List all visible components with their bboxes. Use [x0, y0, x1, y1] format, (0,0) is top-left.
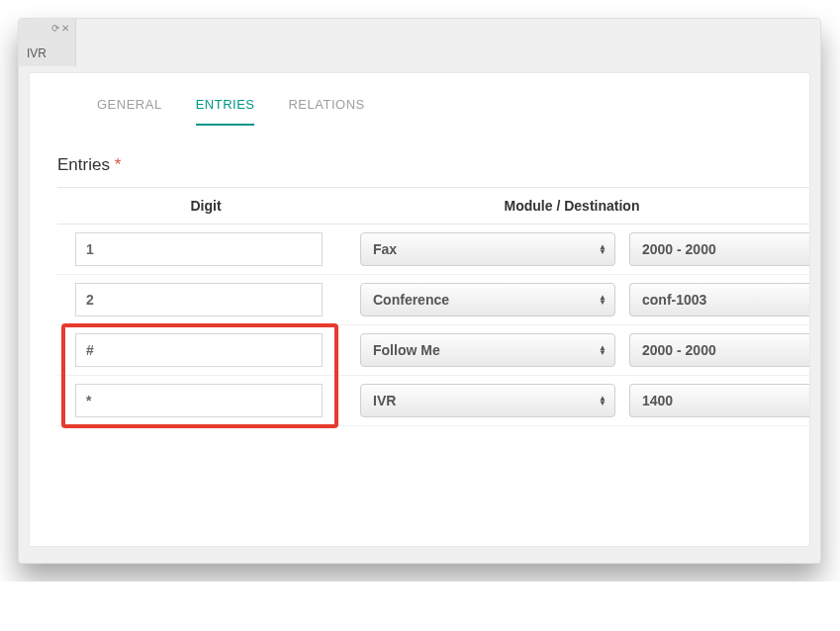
panel: GENERAL ENTRIES RELATIONS Entries * Digi…: [29, 72, 810, 547]
entry-row: IVR ▲▼ 1400: [57, 376, 809, 426]
digit-input[interactable]: [75, 384, 323, 417]
tab-entries[interactable]: ENTRIES: [196, 97, 255, 126]
destination-select[interactable]: 2000 - 2000: [629, 232, 809, 266]
sort-arrows-icon: ▲▼: [599, 345, 607, 355]
refresh-icon[interactable]: ⟳: [51, 24, 59, 34]
column-header-module-destination: Module / Destination: [354, 198, 809, 214]
required-marker: *: [115, 155, 122, 174]
tab-general[interactable]: GENERAL: [97, 97, 162, 126]
window-tab-label: IVR: [27, 46, 47, 60]
module-select[interactable]: Follow Me ▲▼: [360, 333, 615, 367]
table-header: Digit Module / Destination: [57, 187, 809, 225]
digit-input[interactable]: [75, 232, 323, 266]
destination-select[interactable]: 2000 - 2000: [629, 333, 809, 367]
sort-arrows-icon: ▲▼: [599, 396, 607, 406]
tab-relations[interactable]: RELATIONS: [288, 97, 364, 126]
sort-arrows-icon: ▲▼: [599, 295, 607, 305]
digit-input[interactable]: [75, 333, 323, 367]
entry-row: Conference ▲▼ conf-1003: [57, 275, 809, 325]
module-select-value: Follow Me: [373, 342, 440, 358]
entries-rows: Fax ▲▼ 2000 - 2000 Conference ▲▼ conf-10…: [57, 225, 809, 426]
destination-select-value: conf-1003: [642, 292, 706, 308]
window-tab[interactable]: ⟳ ✕ IVR: [19, 19, 76, 66]
module-select-value: Fax: [373, 241, 397, 257]
module-select[interactable]: Fax ▲▼: [360, 232, 615, 266]
entry-row: Follow Me ▲▼ 2000 - 2000: [57, 325, 809, 376]
column-header-digit: Digit: [57, 198, 354, 214]
module-select[interactable]: IVR ▲▼: [360, 384, 615, 417]
destination-select-value: 2000 - 2000: [642, 342, 716, 358]
section-title: Entries *: [57, 126, 809, 187]
destination-select-value: 1400: [642, 393, 673, 408]
digit-input[interactable]: [75, 283, 323, 316]
window: ⟳ ✕ IVR GENERAL ENTRIES RELATIONS Entrie…: [18, 18, 821, 564]
tabs: GENERAL ENTRIES RELATIONS: [57, 73, 809, 126]
destination-select[interactable]: conf-1003: [629, 283, 809, 316]
entry-row: Fax ▲▼ 2000 - 2000: [57, 225, 809, 275]
section-title-text: Entries: [57, 155, 110, 174]
sort-arrows-icon: ▲▼: [599, 244, 607, 254]
close-icon[interactable]: ✕: [61, 24, 69, 34]
window-header: ⟳ ✕ IVR: [19, 19, 820, 66]
module-select-value: IVR: [373, 393, 396, 408]
destination-select[interactable]: 1400: [629, 384, 809, 417]
destination-select-value: 2000 - 2000: [642, 241, 716, 257]
module-select-value: Conference: [373, 292, 449, 308]
module-select[interactable]: Conference ▲▼: [360, 283, 615, 316]
